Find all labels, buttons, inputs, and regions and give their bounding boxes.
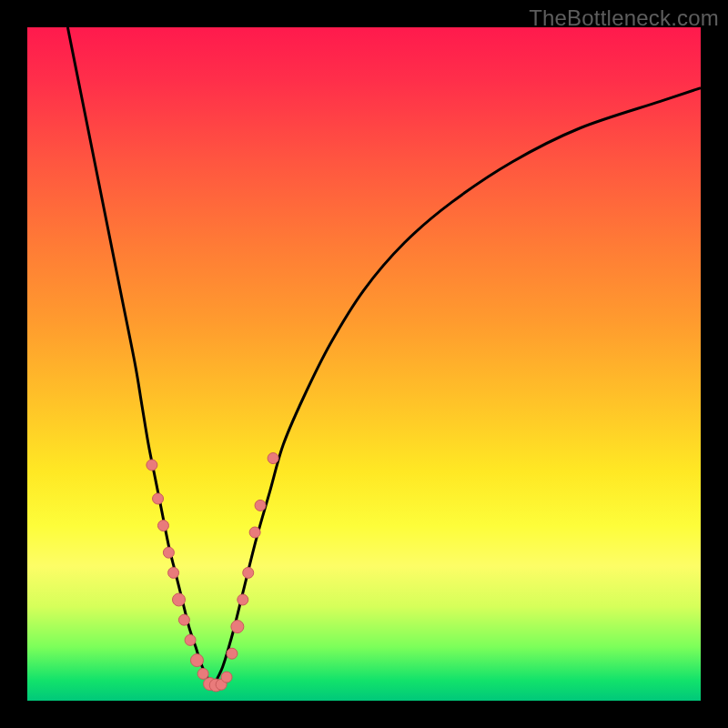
data-marker bbox=[147, 460, 157, 470]
data-marker bbox=[168, 567, 179, 578]
data-marker bbox=[185, 634, 196, 645]
chart-svg bbox=[27, 27, 701, 701]
data-marker bbox=[243, 567, 254, 578]
curve-left-branch bbox=[67, 27, 212, 687]
data-marker bbox=[238, 594, 248, 605]
data-marker bbox=[190, 654, 203, 667]
data-marker bbox=[249, 527, 260, 538]
data-marker bbox=[231, 621, 244, 633]
data-marker bbox=[221, 672, 232, 682]
data-marker bbox=[268, 453, 278, 464]
data-marker bbox=[157, 521, 168, 531]
data-marker bbox=[153, 493, 164, 504]
curve-right-branch bbox=[213, 88, 702, 688]
plot-area bbox=[27, 27, 701, 701]
scatter-markers bbox=[147, 453, 278, 692]
data-marker bbox=[227, 648, 238, 659]
data-marker bbox=[163, 547, 174, 558]
data-marker bbox=[255, 500, 266, 511]
data-marker bbox=[173, 593, 186, 606]
data-marker bbox=[178, 614, 189, 625]
data-marker bbox=[197, 668, 208, 679]
chart-frame: TheBottleneck.com bbox=[0, 0, 728, 728]
